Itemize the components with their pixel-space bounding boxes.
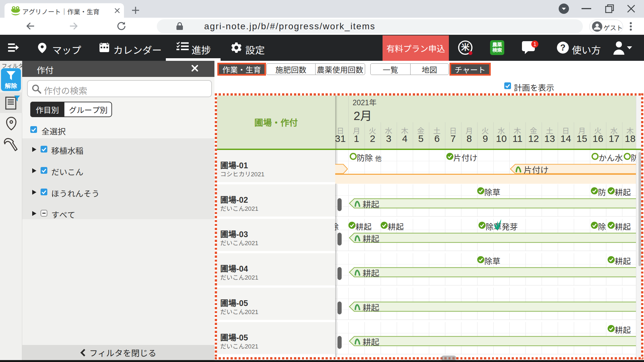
svg-text:米: 米 [461,42,470,52]
svg-text:1: 1 [533,41,536,47]
svg-text:?: ? [560,43,566,52]
